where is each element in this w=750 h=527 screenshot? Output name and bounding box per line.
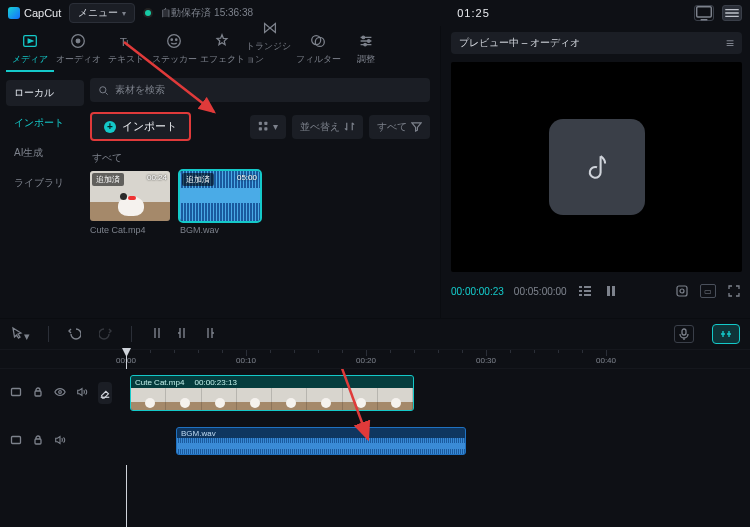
ruler-tick-label: 00:40 (596, 356, 616, 365)
tab-transition[interactable]: トランジション (246, 19, 294, 72)
voiceover-icon[interactable] (674, 325, 694, 343)
pause-button[interactable] (603, 284, 619, 298)
timeline-clip-name: BGM.wav (177, 428, 465, 438)
layout-toggle-icon[interactable] (694, 5, 714, 21)
svg-rect-29 (682, 329, 686, 335)
clip-thumbnail[interactable]: 追加済 00:24 (90, 171, 170, 221)
menu-button[interactable]: メニュー (69, 3, 135, 23)
svg-point-6 (168, 35, 181, 48)
tab-sticker[interactable]: ステッカー (150, 32, 198, 72)
track-controls-video (0, 369, 126, 417)
preview-list-icon[interactable] (577, 284, 593, 298)
svg-point-8 (176, 39, 177, 40)
svg-rect-18 (264, 127, 267, 130)
preview-stage[interactable] (451, 62, 742, 272)
svg-rect-15 (259, 122, 262, 125)
clip-item[interactable]: 追加済 00:24 Cute Cat.mp4 (90, 171, 170, 235)
sticker-icon (165, 32, 183, 50)
undo-icon[interactable] (67, 326, 81, 342)
plus-icon: + (104, 121, 116, 133)
tab-media-label: メディア (12, 53, 48, 66)
search-input[interactable]: 素材を検索 (90, 78, 430, 102)
track-erase-icon[interactable] (98, 382, 112, 404)
auto-caption-button[interactable] (712, 324, 740, 344)
sidetab-import[interactable]: インポート (6, 110, 84, 136)
workspace-tabs: メディア オーディオ TI テキスト ステッカー エフェクト トランジション (0, 26, 440, 72)
tab-text[interactable]: TI テキスト (102, 32, 150, 72)
timeline-toolbar: ▾ (0, 319, 750, 349)
track-mute-icon[interactable] (54, 434, 66, 448)
split-left-icon[interactable] (176, 326, 190, 342)
svg-point-14 (100, 86, 106, 92)
select-tool-icon[interactable]: ▾ (10, 326, 30, 343)
fullscreen-icon[interactable] (726, 284, 742, 298)
svg-rect-31 (35, 391, 41, 396)
tab-media[interactable]: メディア (6, 32, 54, 72)
view-mode-button[interactable]: ▾ (250, 115, 286, 139)
svg-rect-22 (584, 286, 591, 288)
track-lock-icon[interactable] (32, 386, 44, 400)
tab-adjust[interactable]: 調整 (342, 32, 390, 72)
svg-rect-21 (579, 294, 582, 296)
clip-added-badge: 追加済 (182, 173, 214, 186)
svg-rect-27 (677, 286, 687, 296)
svg-point-7 (171, 39, 172, 40)
track-mute-icon[interactable] (76, 386, 88, 400)
import-button[interactable]: + インポート (90, 112, 191, 141)
clip-duration: 00:24 (147, 173, 167, 182)
preview-menu-icon[interactable]: ≡ (726, 35, 734, 51)
transition-icon (261, 19, 279, 37)
svg-rect-34 (35, 439, 41, 444)
sidetab-library[interactable]: ライブラリ (6, 170, 84, 196)
timeline-ruler[interactable]: 00:0000:1000:2000:3000:40 (0, 349, 750, 369)
settings-button[interactable] (722, 5, 742, 21)
ruler-tick-label: 00:10 (236, 356, 256, 365)
media-icon (21, 32, 39, 50)
crop-icon[interactable] (674, 284, 690, 298)
audio-placeholder-icon (549, 119, 645, 215)
tab-filter-label: フィルター (296, 53, 341, 66)
timeline-clip-video[interactable]: Cute Cat.mp4 00:00:23:13 (130, 375, 414, 411)
tab-audio[interactable]: オーディオ (54, 32, 102, 72)
preview-current-time: 00:00:00:23 (451, 286, 504, 297)
preview-total-time: 00:05:00:00 (514, 286, 567, 297)
split-right-icon[interactable] (202, 326, 216, 342)
filter-all-label: すべて (377, 120, 407, 134)
track-collapse-icon[interactable] (10, 386, 22, 400)
track-collapse-icon[interactable] (10, 434, 22, 448)
split-icon[interactable] (150, 326, 164, 342)
clip-thumbnail[interactable]: 追加済 05:00 (180, 171, 260, 221)
svg-rect-17 (264, 122, 267, 125)
svg-rect-24 (584, 294, 591, 296)
track-row-video: Cute Cat.mp4 00:00:23:13 (0, 369, 750, 417)
redo-icon[interactable] (99, 326, 113, 342)
sort-button[interactable]: 並べ替え (292, 115, 363, 139)
track-lock-icon[interactable] (32, 434, 44, 448)
ratio-icon[interactable]: ▭ (700, 284, 716, 298)
timeline-clip-duration: 00:00:23:13 (195, 378, 237, 387)
sidetab-ai[interactable]: AI生成 (6, 140, 84, 166)
tab-audio-label: オーディオ (56, 53, 101, 66)
tab-effect[interactable]: エフェクト (198, 32, 246, 72)
text-icon: TI (117, 32, 135, 50)
grid-icon (258, 121, 269, 132)
track-controls-audio (0, 417, 126, 465)
clip-item[interactable]: 追加済 05:00 BGM.wav (180, 171, 260, 235)
sidetab-local[interactable]: ローカル (6, 80, 84, 106)
funnel-icon (411, 121, 422, 132)
clip-added-badge: 追加済 (92, 173, 124, 186)
autosave-indicator-icon (143, 8, 153, 18)
media-source-sidebar: ローカル インポート AI生成 ライブラリ (0, 72, 90, 318)
svg-point-32 (59, 391, 62, 394)
tab-sticker-label: ステッカー (152, 53, 197, 66)
search-placeholder: 素材を検索 (115, 83, 165, 97)
svg-rect-16 (259, 127, 262, 130)
track-row-audio: BGM.wav (0, 417, 750, 465)
sort-label: 並べ替え (300, 120, 340, 134)
timeline-clip-audio[interactable]: BGM.wav (176, 427, 466, 455)
tab-filter[interactable]: フィルター (294, 32, 342, 72)
svg-rect-20 (579, 290, 582, 292)
svg-point-3 (76, 39, 80, 43)
track-visible-icon[interactable] (54, 386, 66, 400)
filter-all-button[interactable]: すべて (369, 115, 430, 139)
